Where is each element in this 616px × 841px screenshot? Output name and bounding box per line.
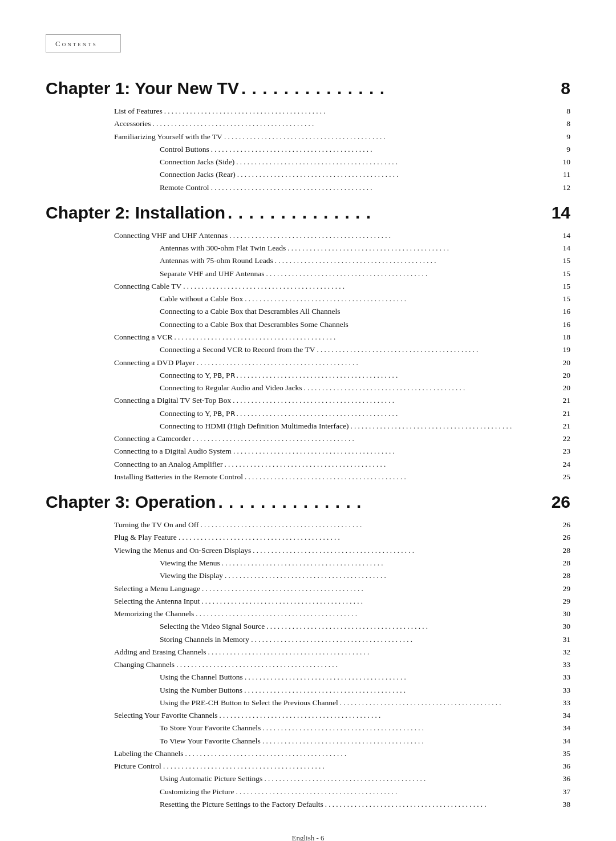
page-num: 8 xyxy=(566,105,570,118)
chapter-2: Chapter 2: Installation . . . . . . . . … xyxy=(46,197,570,483)
chapter-title: Chapter 1: Your New TV xyxy=(46,79,239,98)
toc-entry: Selecting a Menu Language. . . . . . . .… xyxy=(46,583,570,595)
toc-entry: Turning the TV On and Off. . . . . . . .… xyxy=(46,519,570,531)
entry-text: To View Your Favorite Channels xyxy=(160,735,261,747)
toc-entry: Connecting to Regular Audio and Video Ja… xyxy=(46,382,570,394)
dots: . . . . . . . . . . . . . . . . . . . . … xyxy=(211,143,565,155)
dots: . . . . . . . . . . . . . . . . . . . . … xyxy=(245,671,561,683)
entry-text: Antennas with 300-ohm Flat Twin Leads xyxy=(160,242,286,254)
page-num: 36 xyxy=(563,773,571,785)
dots: . . . . . . . . . . . . . . . . . . . . … xyxy=(225,569,561,581)
dots: . . . . . . . . . . . . . . . . . . . . … xyxy=(253,544,561,556)
toc-entry: Resetting the Picture Settings to the Fa… xyxy=(46,798,570,811)
header-title: Contents xyxy=(55,39,98,48)
entry-text: Connection Jacks (Side) xyxy=(160,156,234,168)
toc-entry: Using the PRE-CH Button to Select the Pr… xyxy=(46,697,570,709)
entry-text: Memorizing the Channels xyxy=(114,608,194,620)
header-box: Contents xyxy=(46,34,121,52)
chapter-1: Chapter 1: Your New TV . . . . . . . . .… xyxy=(46,73,570,194)
dots: . . . . . . . . . . . . . . . . . . . . … xyxy=(266,268,561,280)
toc-entry: Connecting to Y, Pʙ, Pʀ. . . . . . . . .… xyxy=(46,407,570,420)
dots: . . . . . . . . . . . . . . . . . . . . … xyxy=(237,168,561,180)
entry-text: Connecting to Regular Audio and Video Ja… xyxy=(160,382,302,394)
page-num: 28 xyxy=(563,544,571,557)
page-num: 20 xyxy=(563,369,571,382)
entry-text: Connection Jacks (Rear) xyxy=(160,168,236,181)
dots: . . . . . . . . . . . . . . . . . . . . … xyxy=(185,747,561,759)
page-num: 16 xyxy=(563,305,571,318)
entry-text: Picture Control xyxy=(114,760,161,773)
chapter-page: 14 xyxy=(552,203,570,223)
dots: . . . . . . . . . . . . . . . . . . . . … xyxy=(164,105,565,117)
toc-entry: Connecting a Camcorder. . . . . . . . . … xyxy=(46,432,570,445)
toc-entry: Remote Control. . . . . . . . . . . . . … xyxy=(46,181,570,194)
page-num: 8 xyxy=(566,118,570,130)
toc-entry: Picture Control. . . . . . . . . . . . .… xyxy=(46,760,570,773)
page-num: 14 xyxy=(563,242,571,254)
page-num: 9 xyxy=(566,143,570,156)
entry-text: Resetting the Picture Settings to the Fa… xyxy=(160,798,323,811)
page-num: 20 xyxy=(563,357,571,369)
page-num: 29 xyxy=(563,583,571,595)
dots: . . . . . . . . . . . . . . . . . . . . … xyxy=(208,646,561,658)
dots: . . . . . . . . . . . . . . . . . . . . … xyxy=(245,293,561,305)
chapter-dots: . . . . . . . . . . . . . . xyxy=(241,79,558,98)
page-num: 31 xyxy=(563,633,571,646)
page-num: 15 xyxy=(563,254,571,267)
page-num: 15 xyxy=(563,293,571,305)
dots: . . . . . . . . . . . . . . . . . . . . … xyxy=(340,697,561,709)
entry-text: Selecting a Menu Language xyxy=(114,583,200,595)
toc-entry: Connecting a DVD Player. . . . . . . . .… xyxy=(46,357,570,369)
page-num: 28 xyxy=(563,569,571,582)
page-num: 21 xyxy=(563,394,571,407)
dots: . . . . . . . . . . . . . . . . . . . . … xyxy=(264,773,561,785)
dots: . . . . . . . . . . . . . . . . . . . . … xyxy=(266,620,561,632)
toc-entry: Viewing the Menus and On-Screen Displays… xyxy=(46,544,570,557)
entry-text: Adding and Erasing Channels xyxy=(114,646,206,658)
dots: . . . . . . . . . . . . . . . . . . . . … xyxy=(287,242,561,254)
toc-entry: Selecting the Antenna Input. . . . . . .… xyxy=(46,595,570,608)
entry-text: Selecting Your Favorite Channels xyxy=(114,709,218,722)
toc-entry: Connecting a Second VCR to Record from t… xyxy=(46,343,570,356)
toc-entry: Selecting the Video Signal Source. . . .… xyxy=(46,620,570,633)
entry-text: Accessories xyxy=(114,118,151,130)
page-num: 26 xyxy=(563,519,571,531)
page-num: 25 xyxy=(563,471,571,483)
dots: . . . . . . . . . . . . . . . . . . . . … xyxy=(193,432,561,444)
entry-text: Using the Number Buttons xyxy=(160,684,242,697)
entry-text: Connecting to HDMI (High Definition Mult… xyxy=(160,420,348,432)
page-num: 37 xyxy=(563,786,571,798)
page-num: 21 xyxy=(563,407,571,420)
chapter-3: Chapter 3: Operation . . . . . . . . . .… xyxy=(46,487,570,811)
page-num: 30 xyxy=(563,608,571,620)
entry-text: Connecting a Camcorder xyxy=(114,432,191,445)
dots: . . . . . . . . . . . . . . . . . . . . … xyxy=(237,407,561,419)
toc-entry: Changing Channels. . . . . . . . . . . .… xyxy=(46,658,570,671)
dots: . . . . . . . . . . . . . . . . . . . . … xyxy=(236,786,561,798)
entry-text: Connecting VHF and UHF Antennas xyxy=(114,229,228,242)
page-num: 11 xyxy=(563,168,570,181)
toc-entry: Connecting a VCR. . . . . . . . . . . . … xyxy=(46,331,570,343)
dots: . . . . . . . . . . . . . . . . . . . . … xyxy=(262,735,561,747)
dots: . . . . . . . . . . . . . . . . . . . . … xyxy=(244,684,561,696)
toc-entry: Connecting to a Cable Box that Descrambl… xyxy=(46,305,570,318)
dots: . . . . . . . . . . . . . . . . . . . . … xyxy=(201,595,561,607)
dots: . . . . . . . . . . . . . . . . . . . . … xyxy=(196,608,561,620)
entry-text: Control Buttons xyxy=(160,143,209,156)
entry-text: Connecting a Second VCR to Record from t… xyxy=(160,343,315,356)
entry-text: Viewing the Menus xyxy=(160,557,220,569)
chapter-dots: . . . . . . . . . . . . . . xyxy=(218,492,549,512)
page-num: 15 xyxy=(563,280,571,293)
dots: . . . . . . . . . . . . . . . . . . . . … xyxy=(245,471,561,483)
dots: . . . . . . . . . . . . . . . . . . . . … xyxy=(152,118,565,130)
toc-entry: To View Your Favorite Channels. . . . . … xyxy=(46,735,570,747)
dots: . . . . . . . . . . . . . . . . . . . . … xyxy=(202,583,561,595)
toc-entry: Accessories. . . . . . . . . . . . . . .… xyxy=(46,118,570,130)
dots: . . . . . . . . . . . . . . . . . . . . … xyxy=(229,229,561,241)
entry-text: Changing Channels xyxy=(114,658,175,671)
toc-entry: Antennas with 75-ohm Round Leads. . . . … xyxy=(46,254,570,267)
entry-text: Connecting to an Analog Amplifier xyxy=(114,458,222,471)
chapter-heading-2: Chapter 2: Installation . . . . . . . . … xyxy=(46,197,570,227)
entry-text: Using Automatic Picture Settings xyxy=(160,773,262,785)
toc-entry: Connection Jacks (Rear). . . . . . . . .… xyxy=(46,168,570,181)
